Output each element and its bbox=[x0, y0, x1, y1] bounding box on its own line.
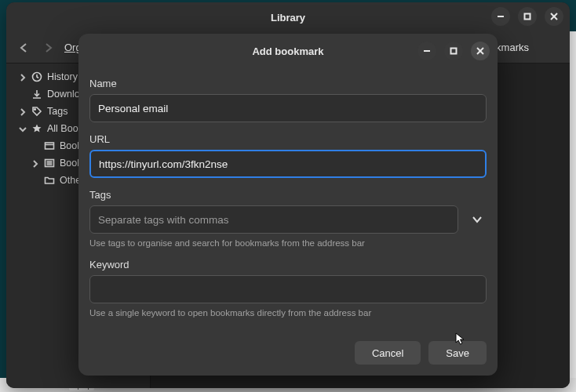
expander-icon bbox=[31, 142, 39, 150]
menu-icon bbox=[44, 158, 55, 169]
maximize-button[interactable] bbox=[518, 7, 537, 26]
library-titlebar: Library bbox=[6, 2, 570, 32]
sidebar-item-label: History bbox=[47, 71, 78, 82]
expander-icon bbox=[19, 90, 27, 98]
sidebar-item-label: Tags bbox=[47, 106, 67, 117]
minimize-button[interactable] bbox=[491, 7, 510, 26]
folder-icon bbox=[44, 175, 55, 186]
dialog-title: Add bookmark bbox=[252, 45, 323, 57]
name-input[interactable] bbox=[89, 94, 487, 122]
url-input[interactable] bbox=[89, 150, 487, 178]
toolbar-icon bbox=[44, 140, 55, 151]
clock-icon bbox=[31, 71, 42, 82]
dialog-actions: Cancel Save bbox=[78, 328, 498, 376]
tags-expand-button[interactable] bbox=[468, 210, 487, 229]
toolbar-right-text: kmarks bbox=[496, 42, 529, 53]
star-icon bbox=[31, 123, 42, 134]
library-window-buttons bbox=[491, 7, 563, 26]
svg-rect-14 bbox=[451, 49, 457, 54]
tags-label: Tags bbox=[89, 189, 487, 201]
dialog-minimize-button[interactable] bbox=[417, 42, 436, 60]
expander-icon bbox=[19, 107, 27, 115]
dialog-maximize-button[interactable] bbox=[444, 42, 463, 60]
svg-rect-1 bbox=[525, 14, 530, 20]
expander-icon bbox=[31, 159, 39, 167]
back-button[interactable] bbox=[14, 38, 33, 57]
keyword-label: Keyword bbox=[89, 259, 487, 270]
tags-help-text: Use tags to organise and search for book… bbox=[89, 238, 487, 248]
tags-input[interactable] bbox=[89, 205, 458, 234]
cancel-button[interactable]: Cancel bbox=[355, 341, 421, 365]
expander-icon bbox=[19, 73, 27, 81]
dialog-close-button[interactable] bbox=[471, 42, 490, 60]
dialog-window-buttons bbox=[417, 42, 490, 60]
keyword-input[interactable] bbox=[89, 275, 487, 303]
svg-point-6 bbox=[35, 109, 36, 111]
dialog-titlebar: Add bookmark bbox=[78, 34, 498, 68]
add-bookmark-dialog: Add bookmark Name URL Tags Use tags to o… bbox=[78, 34, 498, 376]
tag-icon bbox=[31, 106, 42, 117]
url-label: URL bbox=[89, 133, 487, 145]
svg-rect-7 bbox=[46, 143, 54, 149]
keyword-help-text: Use a single keyword to open bookmarks d… bbox=[89, 308, 487, 318]
save-button[interactable]: Save bbox=[428, 341, 487, 365]
dialog-body: Name URL Tags Use tags to organise and s… bbox=[78, 68, 498, 328]
library-title: Library bbox=[271, 12, 305, 24]
download-icon bbox=[31, 89, 42, 100]
close-button[interactable] bbox=[545, 7, 563, 26]
expander-icon bbox=[19, 125, 27, 132]
forward-button[interactable] bbox=[39, 38, 58, 57]
background-content bbox=[570, 31, 576, 384]
name-label: Name bbox=[89, 78, 487, 89]
tags-row bbox=[89, 205, 487, 234]
expander-icon bbox=[31, 176, 39, 184]
